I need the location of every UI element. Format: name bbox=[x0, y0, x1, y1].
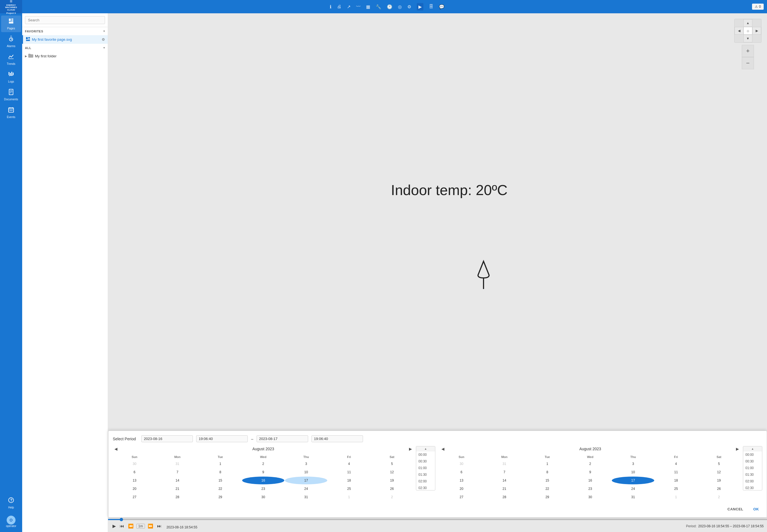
app-logo: ≡ ENERGYMACHINESCLOUD Project X bbox=[0, 0, 22, 13]
svg-rect-2 bbox=[11, 20, 13, 21]
main-canvas: Indoor temp: 20ºC ▲ ◀ ◎ ▶ ▼ + − bbox=[108, 13, 383, 266]
topbar-tools: ℹ 🖨 ↗ 〰 ▦ 🔧 🕐 ◎ ⚙ ▶ 🗄 💬 bbox=[22, 3, 383, 11]
sidebar-item-events[interactable]: Events bbox=[1, 104, 21, 121]
svg-rect-8 bbox=[11, 72, 12, 75]
search-input[interactable] bbox=[25, 16, 105, 24]
info-icon[interactable]: ℹ bbox=[330, 4, 331, 9]
favorites-label: FAVORITES bbox=[25, 30, 43, 33]
folder-expand-icon: ▶ bbox=[25, 55, 27, 58]
topbar: ≡ ENERGYMACHINESCLOUD Project X ℹ 🖨 ↗ 〰 … bbox=[0, 0, 383, 13]
alarms-icon bbox=[8, 35, 14, 44]
pages-icon bbox=[8, 18, 14, 26]
trend-icon[interactable]: 〰 bbox=[356, 4, 361, 9]
sidebar-alarms-label: Alarms bbox=[7, 45, 15, 48]
svg-rect-27 bbox=[26, 40, 30, 41]
folder-item-0[interactable]: ▶ My first folder bbox=[22, 52, 108, 60]
sidebar-item-documents[interactable]: Documents bbox=[1, 86, 21, 103]
sidebar: Pages Alarms Trends bbox=[0, 13, 22, 266]
sidebar-item-pages[interactable]: Pages bbox=[1, 16, 21, 32]
documents-icon bbox=[8, 89, 14, 97]
favorites-section-header[interactable]: FAVORITES ▾ bbox=[22, 27, 108, 35]
svg-rect-0 bbox=[9, 19, 11, 21]
sidebar-pages-label: Pages bbox=[7, 27, 15, 30]
events-icon bbox=[8, 106, 14, 115]
sidebar-trends-label: Trends bbox=[7, 62, 16, 65]
all-collapse-icon: ▾ bbox=[103, 46, 105, 50]
favorite-page-icon bbox=[26, 37, 30, 42]
canvas-area: Indoor temp: 20ºC ▲ ◀ ◎ ▶ ▼ + − bbox=[108, 13, 383, 266]
svg-rect-25 bbox=[28, 37, 30, 38]
sidebar-item-trends[interactable]: Trends bbox=[1, 51, 21, 68]
tools-icon[interactable]: 🔧 bbox=[376, 4, 381, 9]
search-box bbox=[22, 13, 108, 27]
svg-rect-1 bbox=[11, 19, 13, 20]
sidebar-documents-label: Documents bbox=[4, 98, 18, 101]
svg-point-20 bbox=[11, 110, 12, 111]
favorite-item-name: My first favorite page.svg bbox=[32, 37, 102, 42]
folder-icon bbox=[28, 54, 33, 58]
svg-rect-11 bbox=[9, 89, 13, 95]
favorite-item-settings-icon[interactable]: ⚙ bbox=[102, 37, 105, 42]
table-icon[interactable]: ▦ bbox=[366, 4, 370, 9]
all-section-header[interactable]: ALL ▾ bbox=[22, 44, 108, 52]
svg-rect-7 bbox=[10, 73, 11, 75]
svg-rect-9 bbox=[13, 73, 14, 75]
svg-point-19 bbox=[10, 110, 11, 111]
share-icon[interactable]: ↗ bbox=[347, 4, 351, 9]
logo-text: ≡ ENERGYMACHINESCLOUD Project X bbox=[5, 0, 17, 15]
svg-point-21 bbox=[12, 110, 13, 111]
sidebar-item-alarms[interactable]: Alarms bbox=[1, 33, 21, 50]
pages-panel: FAVORITES ▾ My first favorite page.svg ⚙… bbox=[22, 13, 108, 266]
svg-rect-24 bbox=[26, 37, 28, 39]
sidebar-events-label: Events bbox=[7, 116, 16, 119]
folder-name: My first folder bbox=[35, 54, 57, 58]
svg-rect-3 bbox=[9, 22, 13, 24]
trends-icon bbox=[8, 53, 14, 62]
logs-icon bbox=[8, 71, 14, 79]
svg-rect-26 bbox=[28, 39, 30, 39]
svg-rect-6 bbox=[9, 72, 9, 75]
print-icon[interactable]: 🖨 bbox=[337, 4, 341, 9]
sidebar-item-logs[interactable]: Logs bbox=[1, 69, 21, 85]
favorite-item-0[interactable]: My first favorite page.svg ⚙ bbox=[22, 35, 108, 44]
all-label: ALL bbox=[25, 46, 31, 50]
favorites-collapse-icon: ▾ bbox=[103, 29, 105, 33]
sidebar-logs-label: Logs bbox=[8, 80, 14, 83]
